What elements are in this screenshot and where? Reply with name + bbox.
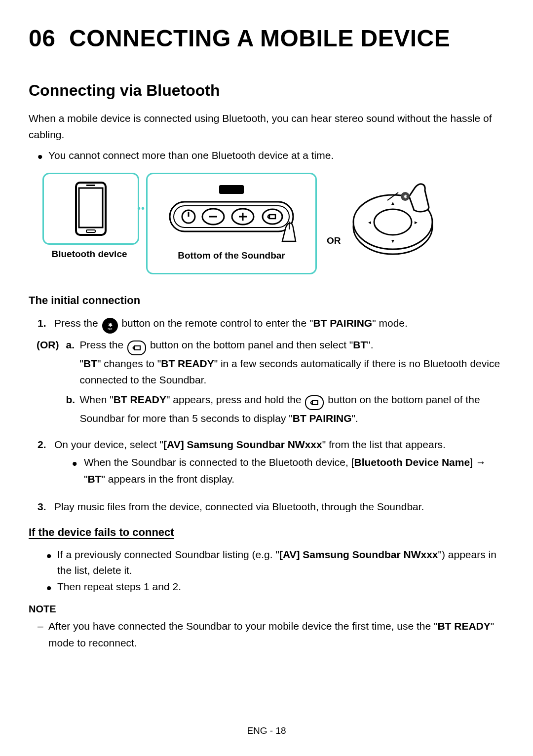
svg-point-14 [263, 209, 282, 224]
fail-b1-pre: If a previously connected Soundbar listi… [57, 549, 279, 560]
note-ready: BT READY [437, 620, 490, 632]
svg-point-18 [374, 209, 412, 235]
substep-a-post: button on the bottom panel and then sele… [150, 339, 353, 350]
fail-bullet-2: Then repeat steps 1 and 2. [38, 579, 504, 595]
source-button-icon [127, 340, 146, 355]
substep-a-pre: Press the [80, 339, 127, 350]
svg-rect-15 [269, 215, 275, 219]
substep-b-pre: When " [80, 394, 114, 405]
svg-text:PAIR: PAIR [108, 328, 112, 330]
svg-rect-28 [312, 401, 318, 405]
step-3-marker: 3. [38, 498, 54, 515]
initial-connection-heading: The initial connection [29, 294, 504, 307]
diagram-row: ••✶•• Bluetooth device [42, 173, 504, 274]
step-1: 1. Press the ✱PAIR button on the remote … [29, 315, 504, 334]
svg-rect-3 [86, 230, 95, 232]
step-2-sub-name: Bluetooth Device Name [354, 456, 470, 468]
step-1-text-post: button on the remote control to enter th… [121, 317, 313, 329]
source-button-icon [305, 395, 324, 410]
substep-b-ready: BT READY [114, 394, 166, 405]
substep-b: b. When "BT READY" appears, press and ho… [66, 391, 505, 427]
or-alternative-block: (OR) a. Press the button on the bottom p… [29, 337, 504, 430]
note-heading: NOTE [29, 604, 504, 615]
svg-text:▲: ▲ [390, 200, 395, 206]
svg-text:▼: ▼ [390, 238, 395, 244]
page-footer: ENG - 18 [0, 725, 533, 736]
phone-icon [75, 181, 107, 236]
or-divider-label: OR [327, 235, 341, 246]
section-intro: When a mobile device is connected using … [29, 111, 504, 143]
svg-text:✱: ✱ [403, 194, 407, 199]
substep-a-marker: a. [66, 337, 80, 353]
limitation-bullet: You cannot connect more than one Bluetoo… [29, 148, 504, 164]
step-1-marker: 1. [38, 315, 54, 332]
step-3-text: Play music files from the device, connec… [54, 498, 504, 515]
step-1-text-end: " mode. [372, 317, 408, 329]
chapter-number: 06 [29, 25, 55, 51]
remote-press-figure: ▲ ▼ ◄ ► ✱ [351, 173, 445, 259]
remote-dial-icon: ▲ ▼ ◄ ► ✱ [351, 173, 445, 257]
substep-a-bt2: BT [83, 358, 97, 369]
soundbar-panel-figure: Bottom of the Soundbar [146, 173, 317, 274]
substep-b-end: ". [352, 413, 358, 424]
svg-text:◄: ◄ [367, 220, 372, 225]
svg-text:►: ► [414, 220, 419, 225]
soundbar-panel-icon [160, 182, 303, 246]
substep-a-mid: " changes to " [97, 358, 161, 369]
substep-a: a. Press the button on the bottom panel … [66, 337, 505, 388]
svg-rect-1 [79, 188, 103, 227]
step-2-post: " from the list that appears. [322, 439, 446, 450]
substep-b-mid: " appears, press and hold the [166, 394, 304, 405]
step-1-mode: BT PAIRING [313, 317, 372, 329]
step-2-pre: On your device, select " [54, 439, 163, 450]
chapter-title: 06 CONNECTING A MOBILE DEVICE [29, 25, 504, 52]
step-2-sub-bullet: When the Soundbar is connected to the Bl… [72, 454, 504, 487]
svg-rect-4 [219, 185, 244, 194]
chapter-title-text: CONNECTING A MOBILE DEVICE [69, 25, 450, 51]
step-2-device-name: [AV] Samsung Soundbar NWxxx [163, 439, 322, 450]
step-2-sub-end: " appears in the front display. [101, 473, 234, 485]
fail-connect-heading: If the device fails to connect [29, 526, 504, 539]
pair-button-icon: ✱PAIR [102, 318, 118, 334]
step-2-sub-bt: BT [87, 473, 101, 485]
step-1-text-pre: Press the [54, 317, 101, 329]
svg-rect-27 [135, 346, 140, 350]
svg-text:✱: ✱ [108, 322, 112, 328]
step-2: 2. On your device, select "[AV] Samsung … [29, 436, 504, 497]
soundbar-panel-label: Bottom of the Soundbar [148, 250, 315, 261]
fail-b1-device: [AV] Samsung Soundbar NWxxx [279, 549, 438, 560]
substep-a-end: ". [367, 339, 373, 350]
note-pre: After you have connected the Soundbar to… [48, 620, 437, 632]
note-item: After you have connected the Soundbar to… [29, 618, 504, 651]
fail-bullet-1: If a previously connected Soundbar listi… [38, 547, 504, 579]
step-2-marker: 2. [38, 436, 54, 453]
bluetooth-device-label: Bluetooth device [42, 249, 136, 260]
substep-b-pair: BT PAIRING [293, 413, 352, 424]
bluetooth-device-figure: ••✶•• Bluetooth device [42, 173, 136, 260]
step-3: 3. Play music files from the device, con… [29, 498, 504, 515]
svg-rect-2 [86, 185, 95, 186]
substep-a-bt: BT [353, 339, 367, 350]
substep-a-q1: " [80, 358, 83, 369]
section-title: Connecting via Bluetooth [29, 81, 504, 100]
substep-b-marker: b. [66, 391, 80, 408]
step-2-sub-pre: When the Soundbar is connected to the Bl… [84, 456, 354, 468]
or-tag: (OR) [29, 337, 66, 353]
substep-a-ready: BT READY [161, 358, 214, 369]
